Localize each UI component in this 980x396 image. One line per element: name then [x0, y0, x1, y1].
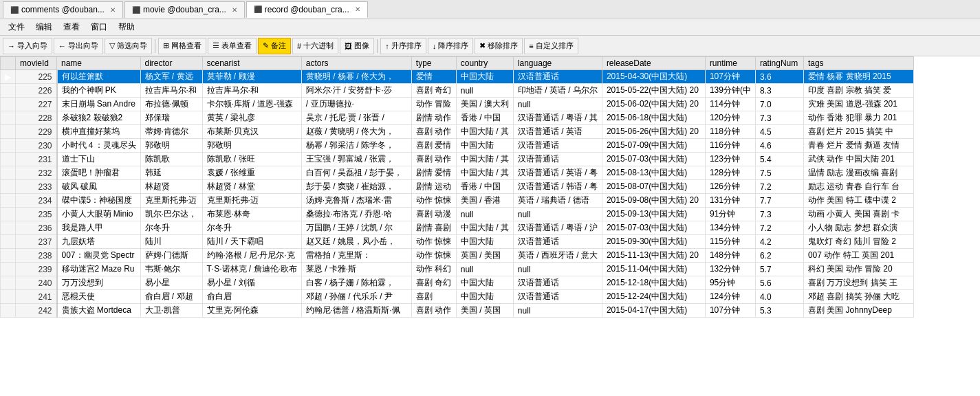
cell-movieId: 240	[16, 276, 57, 290]
filter-wizard-button[interactable]: ▽ 筛选向导	[105, 38, 152, 54]
tab-comments-close[interactable]: ✕	[110, 6, 116, 14]
table-row[interactable]: 236我是路人甲尔冬升尔冬升万国鹏 / 王婷 / 沈凯 / 尔剧情 喜剧中国大陆…	[1, 221, 914, 235]
cell-scenarist: 莫菲勒 / 顾漫	[202, 70, 301, 84]
image-button[interactable]: 🖼 图像	[340, 38, 374, 54]
col-movieid[interactable]: movieId	[16, 57, 57, 70]
menu-view[interactable]: 查看	[58, 20, 85, 34]
cell-director: 陈凯歌	[140, 153, 202, 166]
menu-edit[interactable]: 编辑	[30, 20, 58, 34]
cell-type: 动作 惊悚	[411, 235, 456, 249]
cell-ratingNum: 3.6	[755, 70, 803, 84]
cell-actors: / 亚历珊德拉·	[301, 98, 411, 111]
export-wizard-button[interactable]: ← 导出向导	[54, 38, 103, 54]
table-row[interactable]: 240万万没想到易小星易小星 / 刘循白客 / 杨子姗 / 陈柏霖，喜剧 奇幻中…	[1, 276, 914, 290]
cell-releaseDate: 2015-09-30(中国大陆)	[602, 235, 705, 249]
notes-icon: ✎	[263, 41, 269, 50]
col-tags[interactable]: tags	[803, 57, 913, 70]
cell-actors: 彭于晏 / 窦骁 / 崔始源，	[301, 180, 411, 194]
cell-ratingNum: 7.2	[755, 221, 803, 235]
col-language[interactable]: language	[513, 57, 602, 70]
cell-name: 横冲直撞好莱坞	[57, 125, 141, 139]
cell-director: 郭敬明	[140, 139, 202, 153]
col-country[interactable]: country	[456, 57, 513, 70]
table-row[interactable]: 239移动迷宫2 Maze Ru韦斯·鲍尔T·S·诺林克 / 詹迪伦·欧布莱恩 …	[1, 263, 914, 276]
col-actors[interactable]: actors	[301, 57, 411, 70]
tab-record[interactable]: ⬛ record @douban_cra... ✕	[246, 1, 368, 18]
notes-button[interactable]: ✎ 备注	[258, 38, 291, 54]
tab-movie[interactable]: ⬛ movie @douban_cra... ✕	[124, 1, 245, 18]
table-row[interactable]: 235小黄人大眼萌 Minio凯尔·巴尔达，布莱恩·林奇桑德拉·布洛克 / 乔恩…	[1, 208, 914, 221]
form-view-button[interactable]: ☰ 表单查看	[208, 38, 257, 54]
cell-releaseDate: 2015-06-18(中国大陆)	[602, 111, 705, 125]
cell-director: 韩延	[140, 166, 202, 180]
hex-button[interactable]: # 十六进制	[292, 38, 338, 54]
col-type[interactable]: type	[411, 57, 456, 70]
table-row[interactable]: 226我的个神啊 PK拉吉库马尔·和拉吉库马尔·和阿米尔·汗 / 安努舒卡·莎喜…	[1, 84, 914, 98]
sort-asc-button[interactable]: ↑ 升序排序	[380, 38, 426, 54]
cell-tags: 鬼吹灯 奇幻 陆川 冒险 2	[803, 235, 913, 249]
cell-scenarist: 卡尔顿·库斯 / 道恩-强森	[202, 98, 301, 111]
remove-sort-button[interactable]: ✖ 移除排序	[475, 38, 523, 54]
cell-actors: 桑德拉·布洛克 / 乔恩·哈	[301, 208, 411, 221]
table-row[interactable]: 228杀破狼2 殺破狼2郑保瑞黄英 / 梁礼彦吴京 / 托尼·贾 / 张晋 /剧…	[1, 111, 914, 125]
col-director[interactable]: director	[140, 57, 202, 70]
cell-ratingNum: 4.6	[755, 139, 803, 153]
cell-country: 中国大陆	[456, 235, 513, 249]
grid-view-button[interactable]: ⊞ 网格查看	[158, 38, 206, 54]
table-row[interactable]: 242贵族大盗 Mortdeca大卫·凯普艾里克·阿伦森约翰尼·德普 / 格温斯…	[1, 304, 914, 318]
table-row[interactable]: 232滚蛋吧！肿瘤君韩延袁媛 / 张维重白百何 / 吴磊祖 / 彭于晏，剧情 爱…	[1, 166, 914, 180]
menu-file[interactable]: 文件	[3, 20, 30, 34]
cell-tags: 动作 美国 特工 碟中谍 2	[803, 194, 913, 208]
cell-country: 英国 / 美国	[456, 249, 513, 263]
data-table-container[interactable]: movieId name director scenarist actors t…	[0, 56, 980, 396]
cell-type: 喜剧 动作	[411, 125, 456, 139]
cell-actors: 黄晓明 / 杨幂 / 佟大为，	[301, 70, 411, 84]
table-row[interactable]: ▶225何以笙箫默杨文军 / 黄远莫菲勒 / 顾漫黄晓明 / 杨幂 / 佟大为，…	[1, 70, 914, 84]
table-row[interactable]: 238007：幽灵党 Spectr萨姆·门德斯约翰·洛根 / 尼·丹尼尔·克雷格…	[1, 249, 914, 263]
cell-movieId: 239	[16, 263, 57, 276]
col-name[interactable]: name	[57, 57, 141, 70]
cell-runtime: 120分钟	[705, 111, 755, 125]
col-scenarist[interactable]: scenarist	[202, 57, 301, 70]
menu-window[interactable]: 窗口	[85, 20, 113, 34]
col-releasedate[interactable]: releaseDate	[602, 57, 705, 70]
table-row[interactable]: 230小时代４：灵魂尽头郭敬明郭敬明杨幂 / 郭采洁 / 陈学冬，喜剧 爱情中国…	[1, 139, 914, 153]
cell-country: 美国 / 英国	[456, 304, 513, 318]
table-row[interactable]: 231道士下山陈凯歌陈凯歌 / 张旺王宝强 / 郭富城 / 张震，喜剧 动作中国…	[1, 153, 914, 166]
table-row[interactable]: 227末日崩塌 San Andre布拉德·佩顿卡尔顿·库斯 / 道恩-强森/ 亚…	[1, 98, 914, 111]
cell-type: 剧情 运动	[411, 180, 456, 194]
cell-name: 小黄人大眼萌 Minio	[57, 208, 141, 221]
menu-help[interactable]: 帮助	[113, 20, 140, 34]
cell-name: 万万没想到	[57, 276, 141, 290]
cell-tags: 动画 小黄人 美国 喜剧 卡	[803, 208, 913, 221]
image-icon: 🖼	[345, 42, 352, 50]
tab-movie-close[interactable]: ✕	[232, 6, 237, 14]
cell-tags: 邓超 喜剧 搞笑 孙俪 大吃	[803, 290, 913, 304]
col-ratingnum[interactable]: ratingNum	[755, 57, 803, 70]
cell-indicator	[1, 166, 16, 180]
table-row[interactable]: 237九层妖塔陆川陆川 / 天下霸唱赵又廷 / 姚晨，风小岳，动作 惊悚中国大陆…	[1, 235, 914, 249]
table-row[interactable]: 229横冲直撞好莱坞蒂姆·肯德尔布莱斯·贝克汉赵薇 / 黄晓明 / 佟大为，喜剧…	[1, 125, 914, 139]
tab-comments-icon: ⬛	[10, 6, 19, 14]
cell-tags: 007 动作 特工 英国 201	[803, 249, 913, 263]
tab-comments[interactable]: ⬛ comments @douban... ✕	[3, 1, 123, 18]
tab-record-close[interactable]: ✕	[355, 6, 360, 13]
cell-scenarist: 陈凯歌 / 张旺	[202, 153, 301, 166]
cell-type: 动作 惊悚	[411, 194, 456, 208]
custom-sort-button[interactable]: ≡ 自定义排序	[524, 38, 578, 54]
cell-indicator	[1, 235, 16, 249]
sort-desc-button[interactable]: ↓ 降序排序	[428, 38, 474, 54]
cell-scenarist: 俞白眉	[202, 290, 301, 304]
cell-director: 克里斯托弗·迈	[140, 194, 202, 208]
col-runtime[interactable]: runtime	[705, 57, 755, 70]
table-header-row: movieId name director scenarist actors t…	[1, 57, 914, 70]
cell-runtime: 116分钟	[705, 139, 755, 153]
import-wizard-button[interactable]: → 导入向导	[3, 38, 52, 54]
cell-type: 喜剧 爱情	[411, 139, 456, 153]
table-row[interactable]: 233破风 破風林超贤林超贤 / 林堂彭于晏 / 窦骁 / 崔始源，剧情 运动香…	[1, 180, 914, 194]
cell-actors: 阿米尔·汗 / 安努舒卡·莎	[301, 84, 411, 98]
table-row[interactable]: 241恶棍天使俞白眉 / 邓超俞白眉邓超 / 孙俪 / 代乐乐 / 尹喜剧中国大…	[1, 290, 914, 304]
table-row[interactable]: 234碟中谍5：神秘国度克里斯托弗·迈克里斯托弗·迈汤姆·克鲁斯 / 杰瑞米·雷…	[1, 194, 914, 208]
cell-actors: 汤姆·克鲁斯 / 杰瑞米·雷	[301, 194, 411, 208]
cell-runtime: 148分钟	[705, 249, 755, 263]
